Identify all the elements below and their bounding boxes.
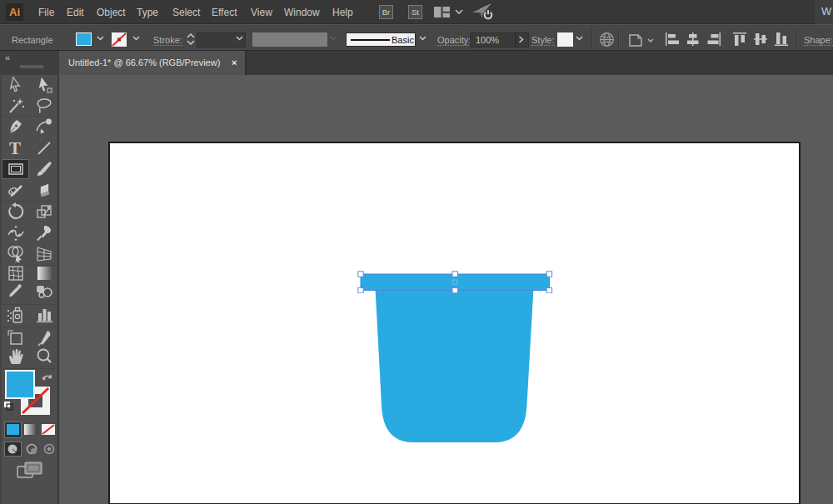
svg-text:Br: Br <box>382 7 391 17</box>
svg-text:Ai: Ai <box>9 6 20 18</box>
svg-text:T: T <box>9 138 21 157</box>
svg-text:St: St <box>412 7 419 17</box>
